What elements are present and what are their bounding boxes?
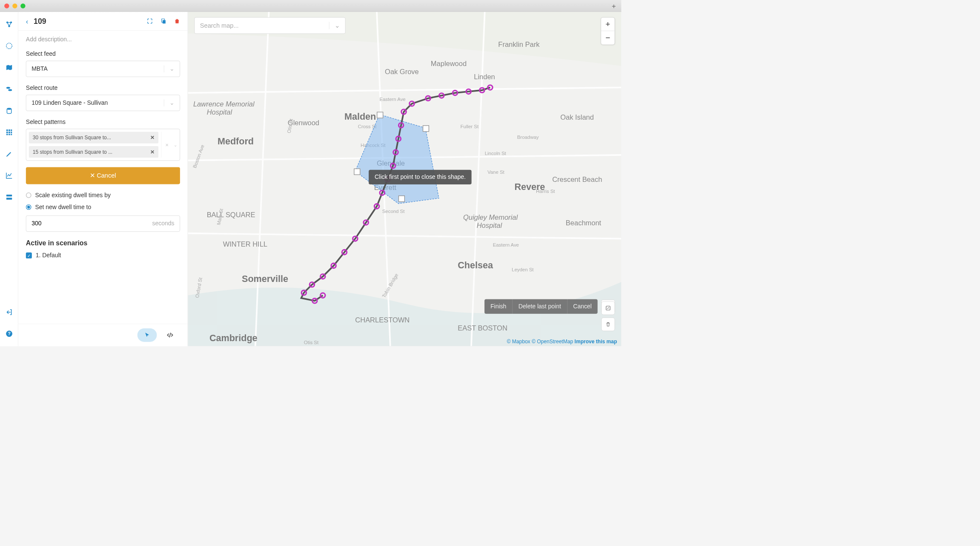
svg-text:Oak Island: Oak Island	[560, 113, 594, 121]
nav-rail: ?	[0, 12, 18, 346]
cancel-drawing-button[interactable]: Cancel	[567, 299, 598, 313]
chart-icon[interactable]	[5, 171, 13, 180]
database-icon[interactable]	[5, 106, 13, 115]
close-window[interactable]	[4, 3, 9, 8]
clear-all-icon[interactable]: ✕	[165, 142, 169, 147]
svg-text:Broadway: Broadway	[517, 135, 539, 140]
edit-sidebar: ‹ 109 Add description... Select feed MBT…	[18, 12, 188, 346]
cancel-button[interactable]: ✕ Cancel	[26, 167, 180, 184]
radio-icon	[26, 204, 32, 210]
osm-link[interactable]: © OpenStreetMap	[532, 339, 573, 344]
copy-icon[interactable]	[160, 18, 166, 25]
expand-icon[interactable]	[146, 18, 153, 26]
svg-point-5	[8, 89, 12, 91]
svg-text:Crescent Beach: Crescent Beach	[552, 175, 602, 183]
polygon-vertex-handle[interactable]	[398, 195, 405, 202]
draw-tooltip: Click first point to close this shape.	[369, 170, 472, 184]
logout-icon[interactable]	[5, 308, 13, 316]
radio-set-dwell[interactable]: Set new dwell time to	[26, 204, 180, 210]
grid-icon[interactable]	[5, 128, 13, 137]
polygon-vertex-handle[interactable]	[354, 169, 360, 175]
chevron-down-icon[interactable]: ⌄	[174, 142, 177, 147]
maximize-window[interactable]	[20, 3, 25, 8]
svg-rect-13	[6, 134, 8, 135]
minimize-window[interactable]	[12, 3, 17, 8]
svg-text:Franklin Park: Franklin Park	[498, 40, 540, 48]
zoom-in-button[interactable]: +	[601, 17, 615, 31]
svg-text:Chelsea: Chelsea	[458, 260, 493, 270]
coins-icon[interactable]	[5, 85, 13, 93]
server-icon[interactable]	[5, 193, 13, 201]
map-search-input[interactable]: Search map... ⌄	[194, 17, 345, 34]
select-patterns-label: Select patterns	[26, 118, 180, 125]
map-icon[interactable]	[5, 63, 13, 72]
pointer-tool[interactable]	[138, 328, 157, 342]
code-tool[interactable]	[160, 328, 180, 342]
chevron-down-icon: ⌄	[164, 65, 175, 72]
svg-text:Hospital: Hospital	[207, 108, 233, 116]
route-select[interactable]: 109 Linden Square - Sullivan ⌄	[26, 95, 180, 111]
network-icon[interactable]	[5, 20, 13, 29]
map-attribution: © Mapbox © OpenStreetMap Improve this ma…	[507, 339, 617, 345]
delete-last-point-button[interactable]: Delete last point	[512, 299, 567, 313]
map-canvas[interactable]: Medford Malden Somerville Chelsea Revere…	[188, 12, 621, 346]
svg-text:Fuller St: Fuller St	[461, 124, 479, 129]
dwell-value-input[interactable]: 300 seconds	[26, 216, 180, 232]
select-feed-label: Select feed	[26, 51, 180, 57]
pattern-tag: 15 stops from Sullivan Square to ... ✕	[29, 146, 158, 158]
remove-tag-icon[interactable]: ✕	[150, 135, 155, 141]
svg-rect-10	[6, 132, 8, 133]
remove-tag-icon[interactable]: ✕	[150, 149, 155, 155]
chevron-down-icon[interactable]: ⌄	[329, 22, 340, 29]
polygon-vertex-handle[interactable]	[377, 112, 383, 118]
route-title: 109	[34, 17, 146, 26]
edit-layer-button[interactable]	[602, 302, 615, 315]
back-button[interactable]: ‹	[26, 17, 28, 26]
globe-icon[interactable]	[5, 42, 13, 50]
improve-map-link[interactable]: Improve this map	[575, 339, 617, 344]
description-input[interactable]: Add description...	[26, 36, 180, 43]
svg-text:Cambridge: Cambridge	[209, 333, 258, 343]
svg-text:Maplewood: Maplewood	[431, 60, 467, 67]
svg-rect-11	[9, 132, 10, 133]
finish-drawing-button[interactable]: Finish	[484, 299, 512, 313]
patterns-multiselect[interactable]: 30 stops from Sullivan Square to... ✕ 15…	[26, 129, 180, 161]
trash-layer-button[interactable]	[602, 318, 615, 331]
checkbox-icon: ✓	[26, 253, 32, 259]
select-route-label: Select route	[26, 84, 180, 91]
draw-toolbar: Finish Delete last point Cancel	[484, 299, 615, 313]
svg-text:Beachmont: Beachmont	[566, 219, 602, 227]
svg-text:Second St: Second St	[382, 209, 405, 214]
scenario-checkbox[interactable]: ✓ 1. Default	[26, 252, 180, 259]
zoom-out-button[interactable]: −	[601, 31, 615, 45]
active-scenarios-heading: Active in scenarios	[26, 239, 180, 247]
svg-rect-9	[11, 129, 12, 131]
chevron-down-icon: ⌄	[164, 99, 175, 106]
svg-text:WINTER HILL: WINTER HILL	[223, 240, 267, 248]
svg-rect-20	[163, 20, 166, 23]
help-icon[interactable]: ?	[5, 329, 13, 338]
delete-icon[interactable]	[174, 18, 180, 25]
pencil-icon[interactable]	[5, 149, 13, 158]
polygon-vertex-handle[interactable]	[423, 125, 429, 132]
svg-text:Medford: Medford	[218, 136, 254, 147]
svg-text:Hospital: Hospital	[477, 221, 503, 229]
svg-text:Lincoln St: Lincoln St	[485, 151, 507, 156]
radio-scale-dwell[interactable]: Scale existing dwell times by	[26, 192, 180, 198]
svg-text:Malden: Malden	[344, 111, 376, 122]
svg-point-6	[7, 108, 11, 109]
svg-text:Vane St: Vane St	[487, 170, 505, 175]
feed-select[interactable]: MBTA ⌄	[26, 61, 180, 77]
pattern-tag: 30 stops from Sullivan Square to... ✕	[29, 132, 158, 143]
svg-rect-7	[6, 129, 8, 131]
svg-text:Otis St: Otis St	[304, 340, 319, 345]
svg-text:Harris St: Harris St	[536, 189, 555, 194]
svg-text:Linden: Linden	[474, 73, 495, 80]
zoom-controls: + −	[601, 17, 615, 45]
svg-rect-8	[9, 129, 10, 131]
new-tab-button[interactable]: +	[609, 2, 619, 10]
svg-text:?: ?	[8, 331, 10, 336]
svg-text:EAST BOSTON: EAST BOSTON	[458, 324, 507, 332]
mapbox-link[interactable]: © Mapbox	[507, 339, 530, 344]
app-window: + ? ‹ 109	[0, 0, 621, 346]
